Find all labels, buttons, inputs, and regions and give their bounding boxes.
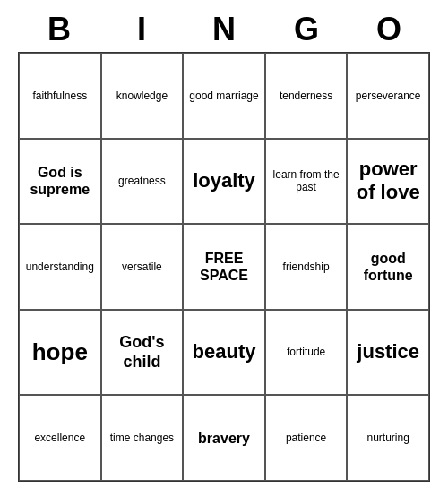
bingo-cell-17: beauty	[183, 310, 265, 396]
bingo-grid: faithfulnessknowledgegood marriagetender…	[18, 52, 430, 482]
bingo-cell-13: friendship	[265, 224, 348, 310]
bingo-cell-3: tenderness	[265, 53, 348, 139]
bingo-cell-1: knowledge	[101, 53, 184, 139]
bingo-cell-16: God's child	[101, 310, 184, 396]
bingo-cell-4: perseverance	[347, 53, 429, 139]
bingo-cell-14: good fortune	[347, 224, 429, 310]
bingo-cell-10: understanding	[19, 224, 101, 310]
header-b: B	[18, 7, 100, 52]
bingo-cell-19: justice	[347, 310, 429, 396]
bingo-cell-20: excellence	[19, 395, 101, 481]
bingo-cell-11: versatile	[101, 224, 184, 310]
bingo-cell-12: FREE SPACE	[183, 224, 265, 310]
bingo-cell-24: nurturing	[347, 395, 429, 481]
bingo-cell-7: loyalty	[183, 139, 265, 225]
header-o: O	[348, 7, 430, 52]
bingo-cell-9: power of love	[347, 139, 429, 225]
bingo-cell-5: God is supreme	[19, 139, 101, 225]
bingo-header: B I N G O	[18, 7, 430, 52]
header-i: I	[100, 7, 183, 52]
bingo-cell-15: hope	[19, 310, 101, 396]
bingo-cell-23: patience	[265, 395, 348, 481]
bingo-cell-2: good marriage	[183, 53, 265, 139]
bingo-cell-8: learn from the past	[265, 139, 348, 225]
bingo-cell-21: time changes	[101, 395, 184, 481]
bingo-cell-6: greatness	[101, 139, 184, 225]
bingo-cell-22: bravery	[183, 395, 265, 481]
bingo-cell-0: faithfulness	[19, 53, 101, 139]
header-g: G	[265, 7, 348, 52]
bingo-cell-18: fortitude	[265, 310, 348, 396]
header-n: N	[183, 7, 265, 52]
